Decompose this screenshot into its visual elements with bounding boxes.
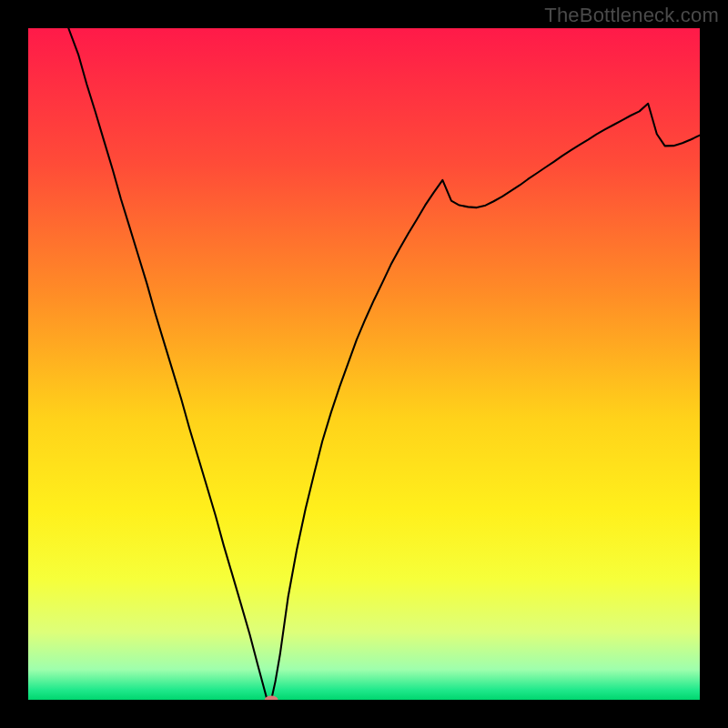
watermark-text: TheBottleneck.com xyxy=(544,4,719,27)
bottleneck-chart xyxy=(28,28,700,700)
gradient-background xyxy=(28,28,700,700)
chart-frame: { "watermark": "TheBottleneck.com", "cha… xyxy=(0,0,728,728)
